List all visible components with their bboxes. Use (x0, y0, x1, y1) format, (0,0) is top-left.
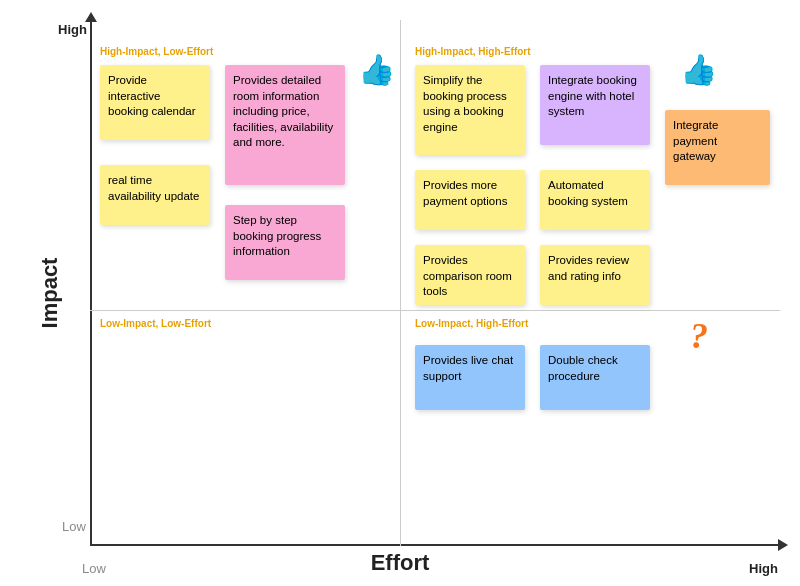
quadrant-low-low-label: Low-Impact, Low-Effort (100, 318, 211, 329)
x-axis-label: Effort (371, 550, 430, 576)
sticky-s8[interactable]: Automated booking system (540, 170, 650, 230)
icon-thumbs2: 👍 (680, 55, 717, 85)
sticky-s13[interactable]: Double check procedure (540, 345, 650, 410)
icon-question: ? (690, 318, 708, 354)
vertical-divider (400, 20, 401, 546)
icon-thumbs1: 👍 (358, 55, 395, 85)
sticky-s10[interactable]: Provides review and rating info (540, 245, 650, 305)
y-axis (90, 20, 92, 546)
x-axis-arrow (778, 539, 788, 551)
sticky-s11[interactable]: Integrate payment gateway (665, 110, 770, 185)
x-low-label: Low (82, 561, 106, 576)
y-low-label: Low (62, 519, 86, 534)
sticky-s12[interactable]: Provides live chat support (415, 345, 525, 410)
x-high-label: High (749, 561, 778, 576)
sticky-s9[interactable]: Provides comparison room tools (415, 245, 525, 305)
y-high-label: High (58, 22, 87, 37)
sticky-s1[interactable]: Provide interactive booking calendar (100, 65, 210, 140)
y-axis-label: Impact (37, 258, 63, 329)
sticky-s5[interactable]: Simplify the booking process using a boo… (415, 65, 525, 155)
sticky-s3[interactable]: Provides detailed room information inclu… (225, 65, 345, 185)
impact-effort-matrix: Effort Impact High Low High Low High-Imp… (0, 0, 800, 586)
sticky-s4[interactable]: Step by step booking progress informatio… (225, 205, 345, 280)
quadrant-high-low-label: High-Impact, Low-Effort (100, 46, 213, 57)
sticky-s2[interactable]: real time availability update (100, 165, 210, 225)
horizontal-divider (90, 310, 780, 311)
quadrant-low-high-label: Low-Impact, High-Effort (415, 318, 528, 329)
quadrant-high-high-label: High-Impact, High-Effort (415, 46, 531, 57)
x-axis (90, 544, 780, 546)
sticky-s7[interactable]: Provides more payment options (415, 170, 525, 230)
y-axis-arrow (85, 12, 97, 22)
sticky-s6[interactable]: Integrate booking engine with hotel syst… (540, 65, 650, 145)
